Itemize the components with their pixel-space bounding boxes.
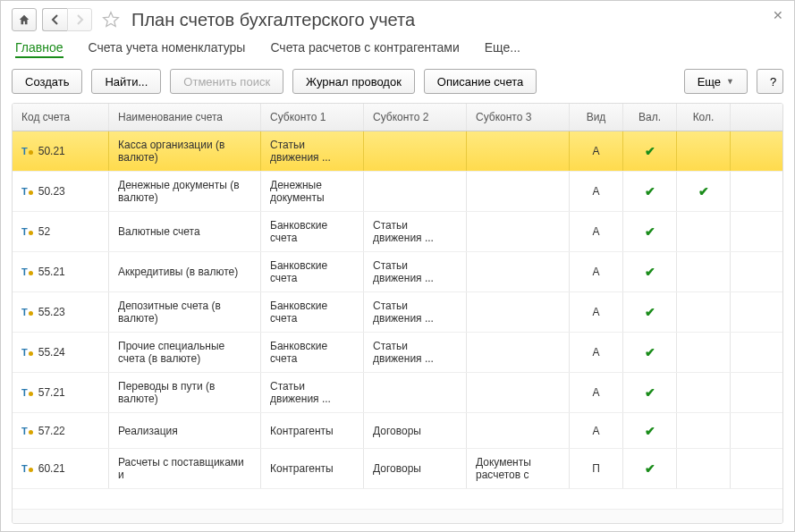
col-kol[interactable]: Кол. [677,104,731,131]
more-label: Еще [698,75,721,89]
cell-sub1: Банковские счета [261,212,364,251]
cell-sub2 [364,131,467,171]
cell-vid: А [570,333,623,372]
cell-vid: А [570,373,623,412]
t-icon: T [21,347,33,358]
table-row[interactable]: T52Валютные счетаБанковские счетаСтатьи … [13,212,782,252]
check-icon: ✔ [645,224,655,239]
col-val[interactable]: Вал. [623,104,677,131]
t-icon: T [21,266,33,277]
cell-code: T57.21 [13,373,109,412]
table-row[interactable]: T60.21Расчеты с поставщиками иКонтрагент… [13,449,782,489]
check-icon: ✔ [645,184,655,198]
cell-name: Денежные документы (в валюте) [109,172,261,211]
cell-val: ✔ [623,131,677,171]
check-icon: ✔ [698,184,709,198]
cell-sub1: Статьи движения ... [261,131,364,171]
t-icon: T [21,226,33,237]
tab-еще-[interactable]: Еще... [485,40,520,58]
t-icon: T [21,426,33,436]
horizontal-scrollbar[interactable] [13,509,782,523]
col-code[interactable]: Код счета [13,104,109,131]
cell-sub3 [467,413,570,448]
t-icon: T [21,307,33,317]
cell-val: ✔ [623,212,677,251]
table-row[interactable]: T57.21Переводы в пути (в валюте)Статьи д… [13,373,782,413]
cell-name: Реализация [109,413,261,448]
cell-kol [677,333,731,372]
check-icon: ✔ [645,345,655,359]
cell-sub1: Контрагенты [261,449,364,488]
cell-sub1: Банковские счета [261,292,364,332]
arrow-left-icon [50,14,61,25]
cell-code: T50.23 [13,172,109,211]
cell-sub2: Статьи движения ... [364,292,467,332]
toolbar: Создать Найти... Отменить поиск Журнал п… [12,69,783,94]
favorite-button[interactable] [101,10,121,30]
tab-счета-учета-номенклатуры[interactable]: Счета учета номенклатуры [89,40,246,58]
cell-sub3 [467,373,570,412]
create-button[interactable]: Создать [12,69,82,94]
table-row[interactable]: T50.23Денежные документы (в валюте)Денеж… [13,172,782,212]
cell-sub2 [364,172,467,211]
cell-sub2: Статьи движения ... [364,212,467,251]
cell-sub3: Документы расчетов с [467,449,570,488]
cell-sub1: Статьи движения ... [261,373,364,412]
col-vid[interactable]: Вид [570,104,623,131]
cell-code: T50.21 [13,131,109,171]
cell-sub3 [467,172,570,211]
accounts-table: Код счета Наименование счета Субконто 1 … [12,103,783,524]
cell-code: T57.22 [13,413,109,448]
check-icon: ✔ [645,305,655,319]
col-sub2[interactable]: Субконто 2 [364,104,467,131]
cell-name: Валютные счета [109,212,261,251]
cell-sub2: Договоры [364,449,467,488]
help-button[interactable]: ? [757,69,783,94]
table-body[interactable]: T50.21Касса организации (в валюте)Статьи… [13,131,782,509]
cell-sub2: Статьи движения ... [364,252,467,291]
find-button[interactable]: Найти... [91,69,161,94]
cell-sub2 [364,373,467,412]
cell-val: ✔ [623,373,677,412]
home-button[interactable] [12,8,37,31]
cell-code: T52 [13,212,109,251]
table-row[interactable]: T50.21Касса организации (в валюте)Статьи… [13,131,782,172]
chevron-down-icon: ▼ [726,77,734,86]
tab-счета-расчетов-с-контрагентами[interactable]: Счета расчетов с контрагентами [270,40,459,58]
cell-val: ✔ [623,172,677,211]
table-header: Код счета Наименование счета Субконто 1 … [13,104,782,131]
table-row[interactable]: T55.21Аккредитивы (в валюте)Банковские с… [13,252,782,292]
cell-code: T55.23 [13,292,109,332]
tab-главное[interactable]: Главное [15,40,63,58]
check-icon: ✔ [645,424,655,438]
cell-sub3 [467,131,570,171]
cell-vid: А [570,292,623,332]
back-button[interactable] [42,8,67,31]
cell-name: Депозитные счета (в валюте) [109,292,261,332]
nav-group [42,8,92,31]
cell-kol [677,413,731,448]
cell-vid: А [570,131,623,171]
col-sub1[interactable]: Субконто 1 [261,104,364,131]
check-icon: ✔ [645,265,655,279]
cell-sub2: Договоры [364,413,467,448]
topbar: План счетов бухгалтерского учета [12,8,783,31]
col-name[interactable]: Наименование счета [109,104,261,131]
cell-val: ✔ [623,449,677,488]
more-button[interactable]: Еще▼ [684,69,748,94]
cell-name: Прочие специальные счета (в валюте) [109,333,261,372]
col-sub3[interactable]: Субконто 3 [467,104,570,131]
close-icon[interactable]: ✕ [773,8,783,22]
table-row[interactable]: T55.24Прочие специальные счета (в валюте… [13,333,782,373]
table-row[interactable]: T55.23Депозитные счета (в валюте)Банковс… [13,292,782,333]
table-row[interactable]: T57.22РеализацияКонтрагентыДоговорыА✔ [13,413,782,449]
cell-vid: А [570,413,623,448]
cell-val: ✔ [623,413,677,448]
cell-vid: А [570,172,623,211]
arrow-right-icon [74,14,85,25]
forward-button[interactable] [67,8,92,31]
journal-button[interactable]: Журнал проводок [292,69,415,94]
cell-sub2: Статьи движения ... [364,333,467,372]
cell-val: ✔ [623,292,677,332]
describe-button[interactable]: Описание счета [424,69,537,94]
